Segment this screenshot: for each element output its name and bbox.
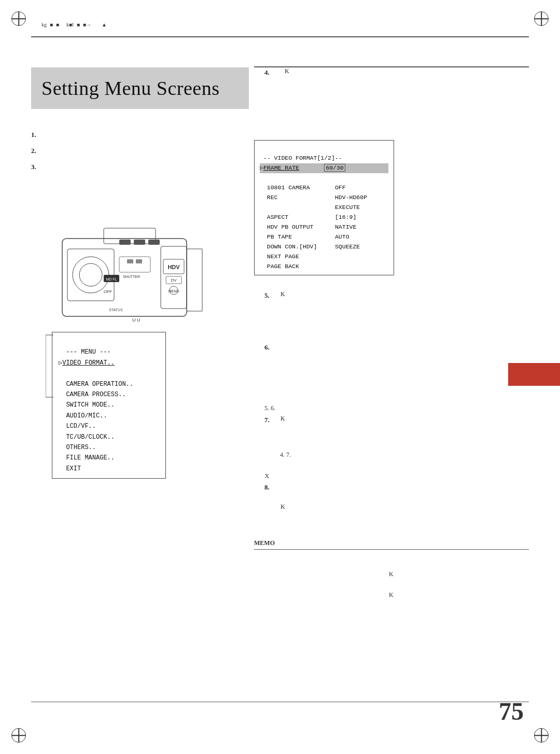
menu-item-lcd: LCD/VF..	[59, 423, 96, 430]
vf-row-pbtape: PB TAPE AUTO	[260, 233, 349, 240]
page-number: 75	[499, 697, 524, 725]
vf-row-nextpage: NEXT PAGE	[260, 253, 299, 260]
k-label-4: K	[285, 67, 289, 75]
menu-item-audio: AUDIO/MIC..	[59, 412, 107, 420]
registration-mark-bl	[11, 728, 26, 743]
right-num-5: 5.	[264, 291, 270, 299]
svg-rect-6	[134, 240, 145, 245]
svg-point-2	[73, 257, 109, 293]
top-nav-bar: kg ■ ■ k■l ■ ■→ ▲	[41, 22, 107, 27]
vf-row-pageback: PAGE BACK	[260, 263, 299, 270]
k-label-memo-2: K	[389, 591, 394, 599]
item-text-1	[46, 130, 249, 141]
left-item-2: 2.	[31, 146, 249, 157]
svg-text:STATUS: STATUS	[109, 308, 123, 312]
registration-mark-tl	[11, 11, 26, 26]
menu-item-camera-proc: CAMERA PROCESS..	[59, 391, 126, 398]
item-num-3: 3.	[31, 162, 46, 173]
right-num-7: 7.	[264, 416, 270, 424]
menu-screen-box: --- MENU --- ▷VIDEO FORMAT.. CAMERA OPER…	[52, 332, 166, 479]
right-item-8: 8. K	[264, 482, 270, 492]
right-item-4: 4. K	[264, 67, 274, 77]
menu-bracket	[46, 330, 61, 402]
page-title: Setting Menu Screens	[41, 77, 239, 100]
red-tab	[508, 363, 560, 386]
menu-item-switch: SWITCH MODE..	[59, 401, 115, 409]
menu-item-camera-op: CAMERA OPERATION..	[59, 381, 133, 388]
menu-item-file: FILE MANAGE..	[59, 454, 115, 462]
menu-item-others: OTHERS..	[59, 444, 96, 451]
right-num-8: 8.	[264, 483, 270, 491]
menu-title: --- MENU ---	[66, 348, 110, 356]
svg-rect-23	[127, 259, 133, 263]
vf-row-hdvpb: HDV PB OUTPUT NATIVE	[260, 224, 356, 230]
svg-text:MENU: MENU	[169, 289, 179, 293]
svg-rect-8	[161, 246, 187, 309]
menu-selected-item: ▷VIDEO FORMAT..	[59, 358, 159, 368]
right-top-rule	[254, 66, 529, 67]
vf-header: -- VIDEO FORMAT[1/2]--	[260, 155, 342, 161]
svg-text:MD FL: MD FL	[106, 277, 117, 281]
left-item-1: 1.	[31, 130, 249, 141]
menu-item-tc: TC/UB/CLOCK..	[59, 434, 115, 441]
video-format-box: -- VIDEO FORMAT[1/2]-- ▷FRAME RATE 60/30…	[254, 140, 394, 275]
svg-text:SHUTTER: SHUTTER	[123, 275, 140, 278]
svg-rect-5	[119, 240, 131, 245]
title-block: Setting Menu Screens	[31, 67, 249, 109]
vf-row-camera: 10801 CAMERA OFF	[260, 184, 346, 191]
vf-row-aspect: ASPECT [16:9]	[260, 214, 356, 220]
right-num-6: 6.	[264, 343, 270, 351]
nav-item-tri: ▲	[102, 22, 107, 27]
nav-item-sq2: ■	[56, 22, 59, 27]
k-label-5: K	[281, 290, 285, 298]
registration-mark-tr	[534, 11, 549, 26]
item-num-2: 2.	[31, 146, 46, 157]
nav-item-sq3: ■	[77, 22, 80, 27]
vf-row-downcon: DOWN CON.[HDV] SQUEEZE	[260, 243, 360, 250]
top-rule	[31, 36, 529, 37]
svg-rect-22	[119, 257, 150, 272]
bottom-rule	[31, 702, 529, 702]
vf-row-execute: EXECUTE	[260, 204, 360, 211]
right-num-4: 4.	[264, 68, 270, 76]
svg-rect-24	[136, 259, 142, 263]
vf-row-framerate: ▷FRAME RATE 60/30	[260, 163, 388, 173]
right-item-6: 6.	[264, 342, 270, 352]
svg-text:OFF: OFF	[104, 289, 112, 294]
left-column: Setting Menu Screens 1. 2. 3.	[31, 67, 249, 177]
inline-ref-56: 5. 6.	[264, 404, 275, 412]
svg-text:U       U: U U	[132, 317, 141, 323]
nav-item-sq1: ■	[50, 22, 53, 27]
svg-rect-7	[148, 240, 160, 245]
k-label-8: K	[281, 503, 285, 511]
k-label-7: K	[281, 415, 285, 423]
left-item-3: 3.	[31, 162, 249, 173]
memo-bar: MEMO	[254, 539, 529, 550]
vf-row-rec: REC HDV-HD60P	[260, 194, 367, 201]
k-label-memo-1: K	[389, 570, 394, 578]
nav-item-kg: kg	[41, 22, 47, 27]
item-text-3	[46, 162, 249, 173]
camera-illustration: HDV DV MENU MD FL STATUS U U SHUTTER OFF	[52, 207, 213, 332]
right-item-7: 7. K	[264, 415, 270, 424]
nav-item-kml: k■l	[66, 22, 74, 27]
inline-ref-47: 4. 7.	[280, 451, 291, 459]
registration-mark-br	[534, 728, 549, 743]
svg-point-3	[79, 263, 102, 286]
svg-text:DV: DV	[171, 278, 177, 283]
svg-text:HDV: HDV	[167, 264, 180, 270]
nav-item-arrow: ■→	[83, 22, 91, 27]
right-item-5: 5. K	[264, 290, 270, 300]
menu-item-exit: EXIT	[59, 465, 81, 472]
memo-label: MEMO	[254, 539, 275, 547]
x-label: X	[264, 472, 269, 480]
item-text-2	[46, 146, 249, 157]
item-num-1: 1.	[31, 130, 46, 141]
